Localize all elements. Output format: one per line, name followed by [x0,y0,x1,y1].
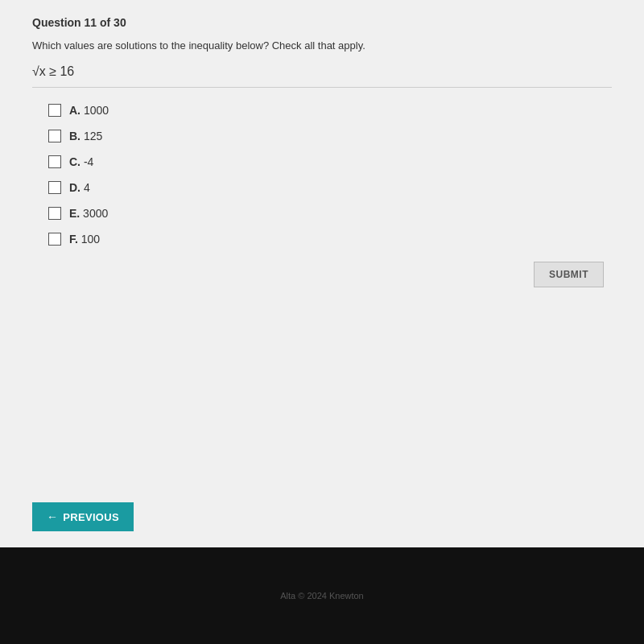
question-text: Which values are solutions to the inequa… [32,39,612,53]
option-label-c[interactable]: C. -4 [69,155,93,168]
bottom-bar: ← PREVIOUS [0,491,644,547]
list-item: F. 100 [48,233,596,246]
checkbox-a[interactable] [48,104,61,117]
submit-button[interactable]: SUBMIT [534,262,604,287]
inequality-display: √x ≥ 16 [32,64,612,79]
question-header: Question 11 of 30 [32,16,612,29]
previous-label: PREVIOUS [63,511,119,523]
option-label-b[interactable]: B. 125 [69,130,102,142]
checkbox-c[interactable] [48,155,61,168]
option-label-d[interactable]: D. 4 [69,181,90,194]
checkbox-f[interactable] [48,233,61,246]
inequality-text: √x ≥ 16 [32,64,74,79]
submit-container: SUBMIT [32,262,612,287]
footer-text: Alta © 2024 Knewton [280,591,364,601]
list-item: C. -4 [48,155,596,168]
list-item: D. 4 [48,181,596,194]
list-item: A. 1000 [48,104,596,117]
options-list: A. 1000 B. 125 C. -4 D. 4 E. 3000 F. 100 [32,104,612,246]
dark-bottom: Alta © 2024 Knewton [0,547,644,644]
content-area: Question 11 of 30 Which values are solut… [0,0,644,491]
option-label-e[interactable]: E. 3000 [69,207,108,220]
checkbox-b[interactable] [48,130,61,142]
arrow-left-icon: ← [47,510,58,523]
screen: Question 11 of 30 Which values are solut… [0,0,644,644]
option-label-f[interactable]: F. 100 [69,233,100,246]
option-label-a[interactable]: A. 1000 [69,104,109,117]
previous-button[interactable]: ← PREVIOUS [32,502,134,531]
checkbox-d[interactable] [48,181,61,194]
list-item: E. 3000 [48,207,596,220]
list-item: B. 125 [48,130,596,142]
divider [32,87,612,88]
checkbox-e[interactable] [48,207,61,220]
